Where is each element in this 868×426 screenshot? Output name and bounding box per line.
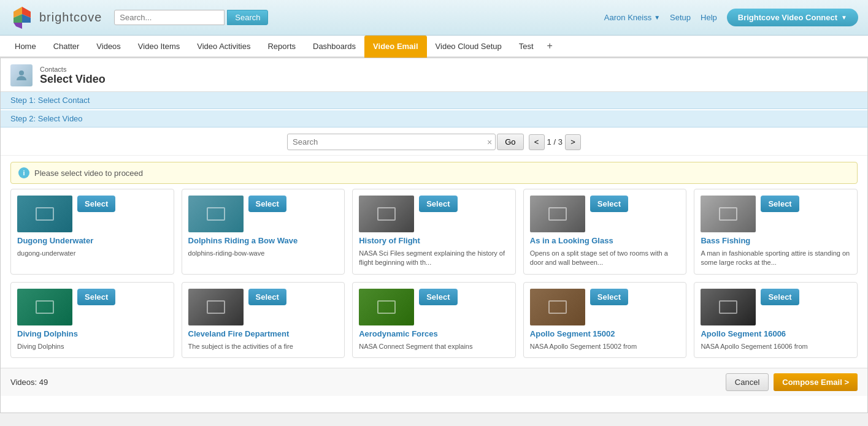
video-thumbnail [359, 196, 414, 232]
video-title[interactable]: As in a Looking Glass [530, 236, 680, 245]
nav-item-videos[interactable]: Videos [88, 36, 129, 58]
video-thumbnail [188, 196, 244, 232]
pagination: < 1 / 3 > [529, 134, 581, 150]
help-link[interactable]: Help [701, 13, 717, 22]
video-card: SelectAerodynamic ForcesNASA Connect Seg… [352, 282, 516, 358]
video-thumbnail [530, 196, 585, 232]
nav-item-video-activities[interactable]: Video Activities [188, 36, 259, 58]
logo-text: brightcove [39, 10, 102, 25]
user-name: Aaron Kneiss [604, 13, 651, 22]
thumbnail-shape [377, 207, 396, 221]
video-card: SelectDolphins Riding a Bow Wavedolphins… [182, 189, 345, 275]
connect-chevron-icon: ▼ [841, 14, 847, 21]
user-menu[interactable]: Aaron Kneiss ▼ [604, 13, 660, 22]
nav-item-test[interactable]: Test [510, 36, 542, 58]
info-message: Please select video to proceed [34, 169, 143, 178]
video-select-button[interactable]: Select [77, 196, 115, 212]
page-icon [10, 64, 33, 86]
card-top: Select [701, 289, 851, 325]
top-header: brightcove Search Aaron Kneiss ▼ Setup H… [0, 0, 868, 36]
thumbnail-shape [36, 207, 54, 221]
card-top: Select [359, 196, 509, 232]
video-select-button[interactable]: Select [248, 196, 286, 212]
step1-bar: Step 1: Select Contact [1, 92, 867, 109]
cancel-button[interactable]: Cancel [726, 373, 769, 391]
user-chevron-icon: ▼ [654, 14, 660, 21]
step2-bar: Step 2: Select Video [1, 110, 867, 127]
thumbnail-shape [548, 300, 567, 314]
video-title[interactable]: Aerodynamic Forces [359, 329, 509, 338]
videos-count: Videos: 49 [10, 378, 48, 387]
nav-item-home[interactable]: Home [6, 36, 45, 58]
setup-link[interactable]: Setup [670, 13, 691, 22]
video-select-button[interactable]: Select [248, 289, 286, 305]
card-top: Select [359, 289, 509, 325]
card-top: Select [188, 289, 339, 325]
nav-add-button[interactable]: + [542, 36, 558, 56]
next-page-button[interactable]: > [565, 134, 581, 150]
video-select-button[interactable]: Select [419, 196, 457, 212]
video-description: A man in fashionable sporting attire is … [701, 249, 851, 268]
page-container: Contacts Select Video Step 1: Select Con… [0, 58, 868, 413]
global-search-input[interactable] [114, 10, 225, 25]
page-title: Select Video [40, 73, 106, 86]
video-card: SelectApollo Segment 15002NASA Apollo Se… [523, 282, 687, 358]
video-description: NASA Sci Files segment explaining the hi… [359, 249, 509, 268]
prev-page-button[interactable]: < [529, 134, 545, 150]
nav-item-reports[interactable]: Reports [259, 36, 304, 58]
video-title[interactable]: Cleveland Fire Department [188, 329, 339, 338]
video-thumbnail [530, 289, 585, 325]
card-top: Select [17, 289, 167, 325]
nav-item-video-email[interactable]: Video Email [364, 36, 426, 58]
compose-email-button[interactable]: Compose Email > [774, 373, 858, 391]
logo-area: brightcove [10, 6, 102, 30]
search-clear-button[interactable]: × [487, 137, 492, 147]
video-select-button[interactable]: Select [761, 196, 799, 212]
thumbnail-shape [719, 300, 737, 314]
search-go-button[interactable]: Go [497, 134, 523, 150]
video-title[interactable]: Bass Fishing [701, 236, 851, 245]
svg-point-5 [19, 70, 24, 75]
video-select-button[interactable]: Select [419, 289, 457, 305]
global-search-button[interactable]: Search [227, 10, 268, 25]
page-info: 1 / 3 [547, 137, 563, 146]
thumbnail-shape [207, 207, 225, 221]
thumbnail-shape [548, 207, 567, 221]
svg-marker-4 [13, 23, 22, 29]
video-grid: SelectDugong Underwaterdugong-underwater… [1, 189, 867, 368]
video-title[interactable]: Dolphins Riding a Bow Wave [188, 236, 339, 245]
nav-item-chatter[interactable]: Chatter [45, 36, 88, 58]
video-title[interactable]: History of Flight [359, 236, 509, 245]
video-card: SelectCleveland Fire DepartmentThe subje… [182, 282, 345, 358]
info-bar: i Please select video to proceed [10, 162, 858, 184]
thumbnail-shape [377, 300, 396, 314]
video-select-button[interactable]: Select [761, 289, 799, 305]
video-select-button[interactable]: Select [590, 196, 628, 212]
video-card: SelectHistory of FlightNASA Sci Files se… [352, 189, 516, 275]
video-thumbnail [701, 289, 756, 325]
contacts-icon [14, 68, 29, 83]
video-thumbnail [701, 196, 756, 232]
video-select-button[interactable]: Select [77, 289, 115, 305]
video-title[interactable]: Apollo Segment 16006 [701, 329, 851, 338]
video-card: SelectBass FishingA man in fashionable s… [694, 189, 858, 275]
nav-item-dashboards[interactable]: Dashboards [304, 36, 364, 58]
video-select-button[interactable]: Select [590, 289, 628, 305]
card-top: Select [701, 196, 851, 232]
video-thumbnail [359, 289, 414, 325]
video-description: NASA Connect Segment that explains [359, 342, 509, 351]
video-title[interactable]: Apollo Segment 15002 [530, 329, 680, 338]
card-top: Select [530, 289, 680, 325]
video-title[interactable]: Dugong Underwater [17, 236, 167, 245]
video-thumbnail [188, 289, 244, 325]
video-card: SelectAs in a Looking GlassOpens on a sp… [523, 189, 687, 275]
video-search-input[interactable] [287, 134, 496, 150]
video-description: dolphins-riding-bow-wave [188, 249, 339, 258]
video-title[interactable]: Diving Dolphins [17, 329, 167, 338]
thumbnail-shape [207, 300, 225, 314]
nav-item-video-cloud-setup[interactable]: Video Cloud Setup [427, 36, 510, 58]
card-top: Select [530, 196, 680, 232]
nav-item-video-items[interactable]: Video Items [129, 36, 188, 58]
footer-buttons: Cancel Compose Email > [726, 373, 858, 391]
video-connect-button[interactable]: Brightcove Video Connect ▼ [727, 9, 858, 26]
